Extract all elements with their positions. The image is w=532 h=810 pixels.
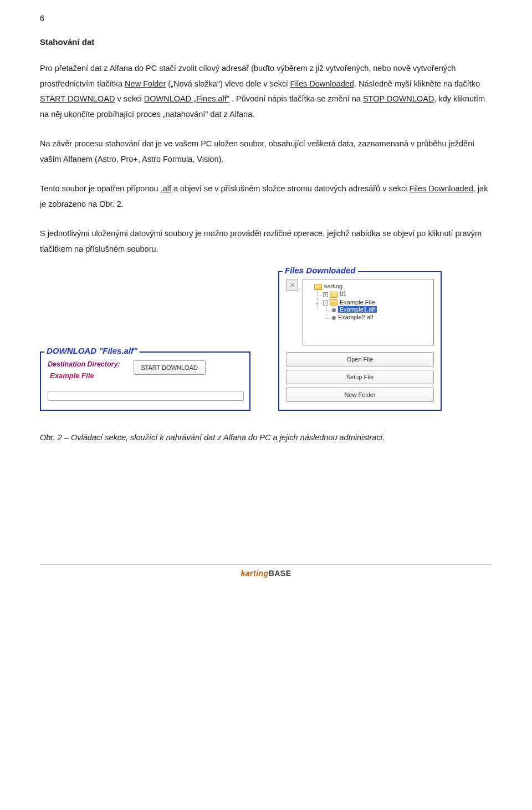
inline-link-files: Files Downloaded — [290, 79, 354, 88]
inline-link-newfolder: New Folder — [125, 79, 166, 88]
paragraph-3: Tento soubor je opatřen příponou .alf a … — [40, 181, 492, 212]
start-download-button[interactable]: START DOWNLOAD — [134, 360, 206, 375]
figure-2: DOWNLOAD "Files.alf" Destination Directo… — [40, 271, 492, 411]
paragraph-2: Na závěr procesu stahování dat je ve vaš… — [40, 136, 492, 167]
expander-icon[interactable]: − — [323, 300, 328, 305]
page-number: 6 — [40, 13, 492, 23]
footer-divider — [40, 564, 492, 564]
destination-directory-label: Destination Directory: — [48, 360, 120, 368]
tree-label: karting — [324, 283, 342, 289]
text: . Původní nápis tlačítka se změní na — [229, 94, 363, 103]
tree-label: Example File — [340, 299, 375, 305]
file-icon — [332, 316, 336, 320]
footer-logo-a: karting — [241, 569, 268, 578]
tree-collapse-button[interactable]: ✕ — [286, 279, 298, 291]
destination-directory-value: Example File — [48, 371, 120, 380]
inline-link-stop: STOP DOWNLOAD — [363, 94, 434, 103]
inline-ext: .alf — [161, 184, 171, 193]
figure-caption: Obr. 2 – Ovládací sekce, sloužící k nahr… — [40, 433, 492, 442]
text: . Následně myší klikněte na tlačítko — [354, 79, 480, 88]
inline-link-dlfines: DOWNLOAD „Fines.alf" — [144, 94, 229, 103]
tree-node-sub[interactable]: +01 — [314, 290, 431, 298]
download-panel-title: DOWNLOAD "Files.alf" — [44, 346, 140, 355]
new-folder-button[interactable]: New Folder — [286, 388, 434, 402]
x-icon: ✕ — [290, 282, 295, 289]
files-downloaded-panel: Files Downloaded ✕ karting +01 — [278, 271, 442, 411]
text: Tento soubor je opatřen příponou — [40, 184, 161, 193]
text: v sekci — [115, 94, 144, 103]
tree-label: 01 — [340, 291, 346, 297]
folder-icon — [330, 292, 337, 298]
tree-leaf-example2[interactable]: Example2.alf — [323, 313, 431, 321]
footer-logo-b: BASE — [269, 569, 291, 578]
text: a objeví se v příslušném složce stromu d… — [171, 184, 410, 193]
download-panel: DOWNLOAD "Files.alf" Destination Directo… — [40, 351, 250, 411]
text: („Nová složka") vlevo dole v sekci — [166, 79, 290, 88]
inline-link-start: START DOWNLOAD — [40, 94, 115, 103]
tree-label: Example2.alf — [338, 314, 374, 320]
setup-file-button[interactable]: Setup File — [286, 370, 434, 384]
section-title: Stahování dat — [40, 37, 492, 47]
tree-node-subsub[interactable]: −Example File Example1.alf Example2.alf — [314, 298, 431, 322]
file-tree[interactable]: karting +01 −Example File Example1.a — [303, 279, 434, 345]
expander-icon[interactable]: + — [323, 292, 328, 297]
inline-link-files-2: Files Downloaded — [410, 184, 473, 193]
folder-icon — [330, 299, 337, 305]
tree-node-root[interactable]: karting +01 −Example File Example1.a — [305, 282, 431, 322]
tree-leaf-example1[interactable]: Example1.alf — [323, 305, 431, 313]
paragraph-4: S jednotlivými uloženými datovými soubor… — [40, 226, 492, 257]
files-downloaded-title: Files Downloaded — [283, 266, 358, 275]
open-file-button[interactable]: Open File — [286, 352, 434, 366]
tree-label-selected: Example1.alf — [338, 306, 377, 313]
footer-logo: kartingBASE — [40, 569, 492, 578]
download-progress-bar — [48, 391, 244, 401]
file-icon — [332, 308, 336, 312]
paragraph-1: Pro přetažení dat z Alfana do PC stačí z… — [40, 61, 492, 122]
folder-icon — [314, 284, 322, 290]
